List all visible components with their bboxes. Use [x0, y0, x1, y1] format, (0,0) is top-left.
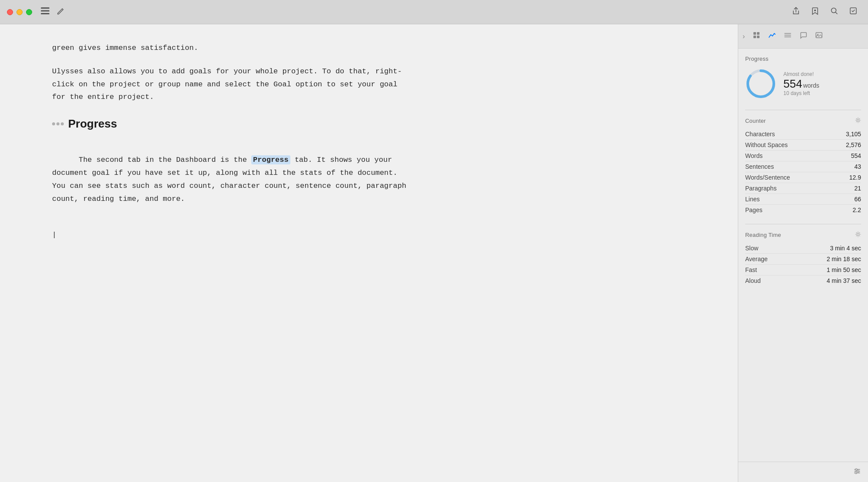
counter-value-pages: 2.2 [853, 207, 861, 213]
reading-time-section-title: Reading Time [745, 232, 781, 238]
reading-value-fast: 1 min 50 sec [827, 266, 861, 273]
progress-heading: Progress [68, 114, 117, 134]
svg-rect-13 [816, 33, 822, 38]
progress-highlight: Progress [251, 155, 290, 164]
sidebar-chevron-icon[interactable]: › [743, 33, 745, 40]
list-tab[interactable] [782, 30, 793, 43]
counter-label-without-spaces: Without Spaces [745, 141, 788, 148]
comments-tab[interactable] [798, 30, 809, 43]
sidebar-content: Progress Almost done! 554words 10 days [738, 49, 868, 293]
sidebar-tabs: › [738, 24, 868, 49]
counter-row-sentences: Sentences 43 [745, 161, 861, 172]
progress-words-number: 554 [783, 77, 802, 90]
image-tab[interactable] [813, 30, 825, 43]
svg-rect-6 [753, 32, 756, 35]
reading-time-gear-icon[interactable] [855, 231, 861, 239]
counter-gear-icon[interactable] [855, 117, 861, 125]
svg-point-18 [857, 233, 859, 236]
counter-label-lines: Lines [745, 196, 760, 203]
progress-word-count: 554words [783, 78, 861, 89]
chart-tab[interactable] [766, 30, 778, 43]
reading-row-fast: Fast 1 min 50 sec [745, 265, 861, 275]
reading-time-section-header: Reading Time [745, 231, 861, 239]
tasks-button[interactable] [849, 7, 858, 17]
editor-area[interactable]: green gives immense satisfaction. Ulysse… [0, 24, 738, 482]
share-button[interactable] [792, 7, 800, 17]
heading-dot-3 [61, 122, 64, 125]
counter-section-header: Counter [745, 117, 861, 125]
paragraph-pre: The second tab in the Dashboard is the [79, 156, 251, 164]
paragraph-goals: Ulysses also allows you to add goals for… [52, 65, 686, 104]
paragraph-green: green gives immense satisfaction. [52, 42, 686, 55]
counter-table: Characters 3,105 Without Spaces 2,576 Wo… [745, 129, 861, 215]
svg-point-23 [857, 470, 859, 472]
svg-point-24 [855, 472, 857, 474]
traffic-lights [7, 9, 32, 15]
heading-dot-2 [56, 122, 59, 125]
reading-label-average: Average [745, 256, 768, 262]
counter-row-without-spaces: Without Spaces 2,576 [745, 140, 861, 151]
counter-label-pages: Pages [745, 207, 763, 213]
sliders-icon[interactable] [853, 467, 861, 477]
progress-section-title: Progress [745, 56, 861, 62]
divider-1 [745, 110, 861, 110]
maximize-button[interactable] [26, 9, 32, 15]
close-button[interactable] [7, 9, 13, 15]
main-layout: green gives immense satisfaction. Ulysse… [0, 24, 868, 482]
progress-words-unit: words [803, 82, 819, 89]
counter-row-characters: Characters 3,105 [745, 129, 861, 140]
edit-button[interactable] [56, 7, 64, 17]
svg-rect-8 [753, 36, 756, 38]
cursor-paragraph[interactable] [52, 229, 686, 242]
titlebar [0, 0, 868, 24]
right-sidebar: › [738, 24, 868, 482]
counter-label-words: Words [745, 152, 763, 159]
counter-value-paragraphs: 21 [854, 185, 861, 192]
svg-rect-9 [757, 36, 760, 38]
heading-dots [52, 122, 64, 125]
search-button[interactable] [830, 7, 838, 17]
paragraph-progress-desc: The second tab in the Dashboard is the P… [52, 141, 686, 219]
svg-rect-7 [757, 32, 760, 35]
svg-point-14 [817, 34, 819, 35]
divider-2 [745, 224, 861, 224]
progress-block: Almost done! 554words 10 days left [745, 68, 861, 99]
reading-label-aloud: Aloud [745, 277, 761, 284]
counter-label-sentences: Sentences [745, 163, 774, 170]
counter-row-lines: Lines 66 [745, 194, 861, 205]
counter-section: Counter Characters 3,105 [745, 117, 861, 215]
heading-dot-1 [52, 122, 55, 125]
counter-row-words-sentence: Words/Sentence 12.9 [745, 172, 861, 183]
counter-label-words-sentence: Words/Sentence [745, 174, 790, 181]
counter-row-pages: Pages 2.2 [745, 205, 861, 215]
svg-rect-1 [41, 10, 49, 12]
reading-time-table: Slow 3 min 4 sec Average 2 min 18 sec Fa… [745, 243, 861, 286]
counter-value-words: 554 [851, 152, 861, 159]
progress-circle [745, 68, 776, 99]
heading-block-progress: Progress [52, 114, 686, 134]
svg-rect-0 [41, 7, 49, 9]
counter-label-characters: Characters [745, 131, 775, 138]
svg-rect-2 [41, 13, 49, 14]
reading-label-fast: Fast [745, 266, 757, 273]
reading-row-slow: Slow 3 min 4 sec [745, 243, 861, 254]
reading-value-slow: 3 min 4 sec [830, 245, 861, 252]
reading-row-average: Average 2 min 18 sec [745, 254, 861, 265]
svg-point-17 [857, 119, 859, 121]
svg-point-22 [855, 469, 857, 470]
counter-value-words-sentence: 12.9 [849, 174, 861, 181]
titlebar-toolbar [792, 7, 858, 17]
counter-value-lines: 66 [854, 196, 861, 203]
reading-row-aloud: Aloud 4 min 37 sec [745, 275, 861, 286]
minimize-button[interactable] [16, 9, 23, 15]
reading-value-aloud: 4 min 37 sec [827, 277, 861, 284]
counter-section-title: Counter [745, 118, 766, 124]
svg-point-4 [832, 8, 836, 13]
sidebar-toggle-button[interactable] [41, 7, 49, 16]
counter-row-paragraphs: Paragraphs 21 [745, 183, 861, 194]
grid-view-tab[interactable] [751, 30, 762, 43]
counter-row-words: Words 554 [745, 151, 861, 161]
bookmark-button[interactable] [811, 7, 819, 17]
counter-value-without-spaces: 2,576 [846, 141, 861, 148]
counter-value-sentences: 43 [854, 163, 861, 170]
